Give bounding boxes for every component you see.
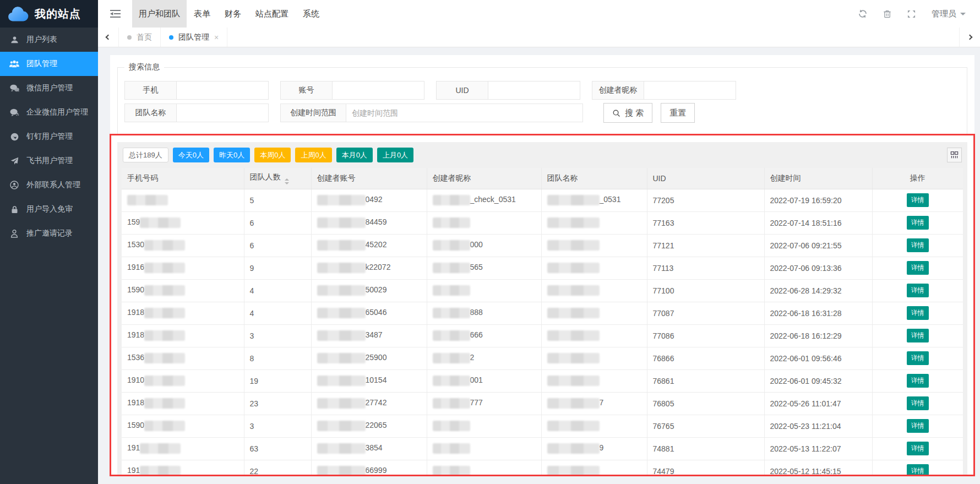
user-menu-label: 管理员	[932, 9, 956, 19]
uid-value: 76805	[653, 399, 674, 408]
cell-creator-account: 84459	[311, 211, 427, 234]
redacted-text	[433, 195, 470, 205]
table-header-row: 手机号码团队人数创建者账号创建者昵称团队名称UID创建时间操作	[122, 168, 963, 189]
phone-prefix: 1910	[127, 376, 144, 384]
sidebar-item-label: 企业微信用户管理	[26, 107, 88, 117]
cell-team-count: 3	[244, 415, 311, 437]
search-button[interactable]: 搜 索	[603, 103, 652, 123]
daterange-input[interactable]	[346, 104, 583, 122]
cell-team-count: 5	[244, 189, 311, 211]
cell-team-name	[541, 302, 647, 324]
cell-actions: 详情	[872, 347, 963, 369]
detail-button[interactable]: 详情	[907, 284, 929, 297]
topnav-tab-5[interactable]: 系统	[296, 0, 326, 28]
cell-actions: 详情	[872, 437, 963, 460]
sidebar-item-wechat[interactable]: 微信用户管理	[0, 76, 98, 100]
sidebar-item-feishu[interactable]: 飞书用户管理	[0, 149, 98, 173]
stat-badge-2[interactable]: 今天0人	[173, 148, 209, 162]
created-time: 2022-07-14 18:51:16	[770, 219, 842, 227]
tabs-scroll-right-button[interactable]	[959, 28, 980, 47]
sidebar-item-lock[interactable]: 用户导入免审	[0, 197, 98, 221]
cell-created-time: 2022-06-01 09:45:32	[764, 369, 872, 392]
cell-creator-nickname	[427, 460, 541, 476]
search-panel-title: 搜索信息	[124, 62, 164, 72]
redacted-text	[547, 308, 600, 318]
detail-button[interactable]: 详情	[907, 374, 929, 388]
team-name-input[interactable]	[177, 104, 269, 122]
created-time: 2022-07-06 09:21:55	[770, 241, 842, 250]
sidebar-item-wecom[interactable]: 企业微信用户管理	[0, 100, 98, 124]
stat-badge-5[interactable]: 上周0人	[295, 148, 331, 162]
sidebar-item-dingtalk[interactable]: 钉钉用户管理	[0, 124, 98, 149]
sidebar-item-invite[interactable]: 推广邀请记录	[0, 221, 98, 246]
phone-field-label: 手机	[124, 81, 177, 100]
detail-button[interactable]: 详情	[907, 396, 929, 410]
redacted-text	[317, 285, 366, 296]
cell-team-name	[541, 234, 647, 257]
account-suffix: 22065	[366, 421, 387, 429]
detail-button[interactable]: 详情	[907, 442, 929, 455]
detail-button[interactable]: 详情	[907, 351, 929, 365]
trash-button[interactable]	[883, 9, 891, 18]
fullscreen-button[interactable]	[907, 10, 916, 18]
table-row: 159684459771632022-07-14 18:51:16详情	[122, 211, 963, 234]
stat-badge-6[interactable]: 本月0人	[336, 148, 373, 162]
cell-team-name	[541, 279, 647, 302]
chevron-left-icon	[106, 35, 111, 40]
redacted-text	[433, 217, 470, 228]
stat-badge-3[interactable]: 昨天0人	[214, 148, 250, 162]
team-count: 4	[250, 286, 254, 295]
stat-badge-1[interactable]: 总计189人	[123, 148, 168, 162]
user-menu[interactable]: 管理员	[932, 9, 966, 19]
detail-button[interactable]: 详情	[907, 193, 929, 207]
cell-actions: 详情	[872, 302, 963, 324]
sidebar-item-team[interactable]: 团队管理	[0, 52, 98, 76]
detail-button[interactable]: 详情	[907, 419, 929, 433]
close-icon[interactable]: ×	[214, 33, 219, 42]
topnav-tab-1[interactable]: 用户和团队	[132, 0, 187, 28]
topnav-tab-2[interactable]: 表单	[187, 0, 217, 28]
sort-icon[interactable]	[285, 178, 289, 184]
wechat-icon	[9, 84, 19, 93]
cell-uid: 77121	[647, 234, 764, 257]
sidebar-item-contact[interactable]: 外部联系人管理	[0, 173, 98, 197]
column-settings-button[interactable]	[947, 148, 962, 162]
created-time: 2022-07-19 16:59:20	[770, 196, 842, 205]
sidebar-collapse-button[interactable]	[98, 0, 132, 28]
topnav-tab-3[interactable]: 财务	[217, 0, 248, 28]
sidebar-item-label: 微信用户管理	[26, 83, 73, 93]
redacted-text	[140, 466, 181, 476]
account-input[interactable]	[333, 81, 424, 100]
cell-team-count: 8	[244, 347, 311, 369]
stat-badge-7[interactable]: 上月0人	[377, 148, 413, 162]
detail-button[interactable]: 详情	[907, 329, 929, 342]
redacted-text	[317, 217, 366, 228]
reset-button[interactable]: 重置	[661, 103, 695, 123]
table-body: 50492_check_0531_0531772052022-07-19 16:…	[122, 189, 963, 476]
sidebar-item-user[interactable]: 用户列表	[0, 28, 98, 52]
account-field-group: 账号	[280, 81, 424, 100]
stat-badge-4[interactable]: 本周0人	[254, 148, 291, 162]
phone-input[interactable]	[177, 81, 269, 100]
detail-button[interactable]: 详情	[907, 261, 929, 275]
creator-nickname-input[interactable]	[644, 81, 736, 100]
cell-uid: 77163	[647, 211, 764, 234]
column-settings-icon	[950, 151, 959, 159]
cell-creator-nickname: 2	[427, 347, 541, 369]
topnav-tab-4[interactable]: 站点配置	[248, 0, 296, 28]
redacted-text	[433, 466, 470, 476]
refresh-button[interactable]	[858, 9, 867, 18]
redacted-text	[144, 353, 185, 363]
tabs-scroll-left-button[interactable]	[98, 28, 119, 47]
detail-button[interactable]: 详情	[907, 464, 929, 476]
page-tab-home[interactable]: 首页	[119, 28, 161, 47]
page-tab-active[interactable]: 团队管理×	[161, 28, 227, 47]
cell-team-name	[541, 460, 647, 476]
redacted-text	[547, 376, 600, 386]
detail-button[interactable]: 详情	[907, 306, 929, 320]
uid-input[interactable]	[488, 81, 580, 100]
detail-button[interactable]: 详情	[907, 216, 929, 230]
cell-created-time: 2022-06-18 16:31:28	[764, 302, 872, 324]
detail-button[interactable]: 详情	[907, 238, 929, 252]
table-row: 19169k22072565771132022-07-06 09:13:36详情	[122, 257, 963, 279]
